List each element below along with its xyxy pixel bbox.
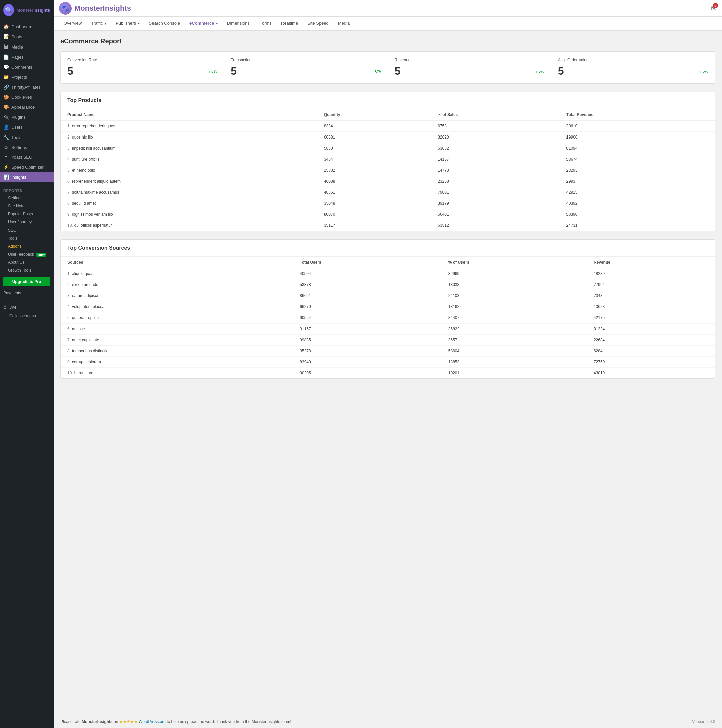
tab-site-speed[interactable]: Site Speed <box>303 17 333 31</box>
stats-row: Conversion Rate 5 ↑ 6% Transactions 5 <box>60 51 715 84</box>
revenue-cell: 58674 <box>559 154 715 165</box>
pct-sales-cell: 79801 <box>431 187 559 198</box>
col-total-revenue: Total Revenue <box>559 109 715 121</box>
sidebar-sub-settings[interactable]: Settings <box>0 194 53 202</box>
sidebar-item-thirstyaffiliates[interactable]: 🔗 ThirstyAffiliates <box>0 82 53 92</box>
sidebar-item-tools[interactable]: 🔧 Tools <box>0 132 53 142</box>
tab-traffic[interactable]: Traffic ▾ <box>86 17 111 31</box>
sidebar-sub-seo[interactable]: SEO <box>0 226 53 234</box>
source-name-cell: 4.voluptatem placeat <box>61 301 293 312</box>
quantity-cell: 5830 <box>317 143 431 154</box>
pct-users-cell: 24103 <box>442 291 587 301</box>
revenue-cell: 18289 <box>587 268 715 279</box>
stat-conversion-rate: Conversion Rate 5 ↑ 6% <box>61 52 224 83</box>
table-row: 3.earum adipisci 86661 24103 7348 <box>61 291 715 301</box>
plugins-icon: 🔌 <box>3 115 9 120</box>
sidebar-sub-user-journey[interactable]: User Journey <box>0 218 53 226</box>
sidebar-item-insights[interactable]: 📊 Insights <box>0 172 53 182</box>
sidebar-sub-about-us[interactable]: About Us <box>0 258 53 266</box>
table-row: 5.et nemo odio 25832 14773 23293 <box>61 165 715 176</box>
topbar-right: ✉ 0 <box>711 5 717 12</box>
tab-ecommerce[interactable]: eCommerce ▾ <box>185 17 222 31</box>
table-row: 8.temporibus distinctio 35278 58604 6284 <box>61 346 715 356</box>
notification-button[interactable]: ✉ 0 <box>711 5 717 12</box>
divi-icon: ⊙ <box>3 305 7 310</box>
stat-arrow-revenue: ↑ <box>536 69 538 73</box>
cookieyes-icon: 🍪 <box>3 94 9 100</box>
col-product-name: Product Name <box>61 109 317 121</box>
top-products-header-row: Product Name Quantity % of Sales Total R… <box>61 109 715 121</box>
sidebar-item-dashboard[interactable]: 🏠 Dashboard <box>0 22 53 32</box>
pct-users-cell: 10201 <box>442 368 587 379</box>
sidebar-sub-growth-tools[interactable]: Growth Tools <box>0 266 53 274</box>
pct-sales-cell: 53682 <box>431 143 559 154</box>
revenue-cell: 81324 <box>587 324 715 335</box>
sidebar-item-speed-optimizer[interactable]: ⚡ Speed Optimizer <box>0 162 53 172</box>
tab-forms[interactable]: Forms <box>255 17 276 31</box>
ecommerce-dropdown-arrow: ▾ <box>216 22 218 25</box>
pages-icon: 📄 <box>3 54 9 60</box>
sidebar-item-label: Projects <box>11 75 27 80</box>
col-quantity: Quantity <box>317 109 431 121</box>
revenue-cell: 42915 <box>559 187 715 198</box>
tab-realtime[interactable]: Realtime <box>276 17 303 31</box>
sidebar-item-label: Speed Optimizer <box>11 165 44 170</box>
sidebar-sub-userfeedback[interactable]: UserFeedback NEW <box>0 250 53 258</box>
sidebar-item-cookieyes[interactable]: 🍪 CookieYes <box>0 92 53 102</box>
pct-sales-cell: 23268 <box>431 176 559 187</box>
quantity-cell: 8334 <box>317 121 431 132</box>
sidebar-item-plugins[interactable]: 🔌 Plugins <box>0 112 53 122</box>
sidebar-item-label: Appearance <box>11 105 35 110</box>
sidebar-menu: 🏠 Dashboard 📝 Posts 🖼 Media 📄 Pages 💬 Co… <box>0 20 53 184</box>
sidebar-bottom-collapse[interactable]: ⊙ Collapse menu <box>3 312 50 321</box>
product-name-cell: 10.qui officiis aspernatur <box>61 220 317 231</box>
total-users-cell: 90205 <box>293 368 442 379</box>
sidebar-item-pages[interactable]: 📄 Pages <box>0 52 53 62</box>
total-users-cell: 86661 <box>293 291 442 301</box>
sidebar-sub-site-notes[interactable]: Site Notes <box>0 202 53 210</box>
quantity-cell: 35117 <box>317 220 431 231</box>
pct-users-cell: 13038 <box>442 279 587 291</box>
product-name-cell: 9.dignissimos veniam illo <box>61 209 317 220</box>
sidebar-sub-payments[interactable]: Payments <box>0 289 53 297</box>
col-pct-users: % of Users <box>442 257 587 268</box>
sidebar-item-posts[interactable]: 📝 Posts <box>0 32 53 42</box>
sidebar-sub-tools[interactable]: Tools <box>0 234 53 242</box>
sidebar-item-comments[interactable]: 💬 Comments <box>0 62 53 72</box>
footer-text: Please rate MonsterInsights on ★★★★★ Wor… <box>60 719 291 724</box>
sidebar-item-label: Comments <box>11 64 32 70</box>
sidebar-sub-popular-posts[interactable]: Popular Posts <box>0 210 53 218</box>
revenue-cell: 40392 <box>559 198 715 209</box>
sidebar-bottom-divi[interactable]: ⊙ Divi <box>3 303 50 312</box>
sidebar-item-users[interactable]: 👤 Users <box>0 122 53 132</box>
stat-label-revenue: Revenue <box>395 58 545 62</box>
tab-dimensions[interactable]: Dimensions <box>222 17 255 31</box>
sidebar-item-media[interactable]: 🖼 Media <box>0 42 53 52</box>
sidebar-item-settings[interactable]: ⚙ Settings <box>0 142 53 152</box>
product-name-cell: 5.et nemo odio <box>61 165 317 176</box>
insights-icon: 📊 <box>3 174 9 180</box>
quantity-cell: 46088 <box>317 176 431 187</box>
tab-media[interactable]: Media <box>333 17 354 31</box>
sidebar-item-projects[interactable]: 📁 Projects <box>0 72 53 82</box>
total-users-cell: 35278 <box>293 346 442 356</box>
sidebar-item-label: Yoast SEO <box>11 154 32 160</box>
speed-icon: ⚡ <box>3 164 9 170</box>
sidebar-sub-addons[interactable]: Addons <box>0 242 53 250</box>
tab-overview[interactable]: Overview <box>59 17 86 31</box>
stat-arrow-conversion: ↑ <box>208 69 210 73</box>
table-row: 4.sunt iure officiis 3454 14157 58674 <box>61 154 715 165</box>
tab-search-console[interactable]: Search Console <box>145 17 185 31</box>
sidebar-item-yoast[interactable]: Y Yoast SEO <box>0 152 53 162</box>
footer-link[interactable]: WordPress.org <box>139 719 166 724</box>
revenue-cell: 42175 <box>587 312 715 324</box>
pct-users-cell: 3657 <box>442 335 587 346</box>
pct-sales-cell: 63512 <box>431 220 559 231</box>
top-products-title: Top Products <box>61 92 715 109</box>
tab-publishers[interactable]: Publishers ▾ <box>111 17 144 31</box>
total-users-cell: 66270 <box>293 301 442 312</box>
upgrade-to-pro-button[interactable]: Upgrade to Pro <box>3 277 50 286</box>
source-name-cell: 8.temporibus distinctio <box>61 346 293 356</box>
col-pct-sales: % of Sales <box>431 109 559 121</box>
sidebar-item-appearance[interactable]: 🎨 Appearance <box>0 102 53 112</box>
